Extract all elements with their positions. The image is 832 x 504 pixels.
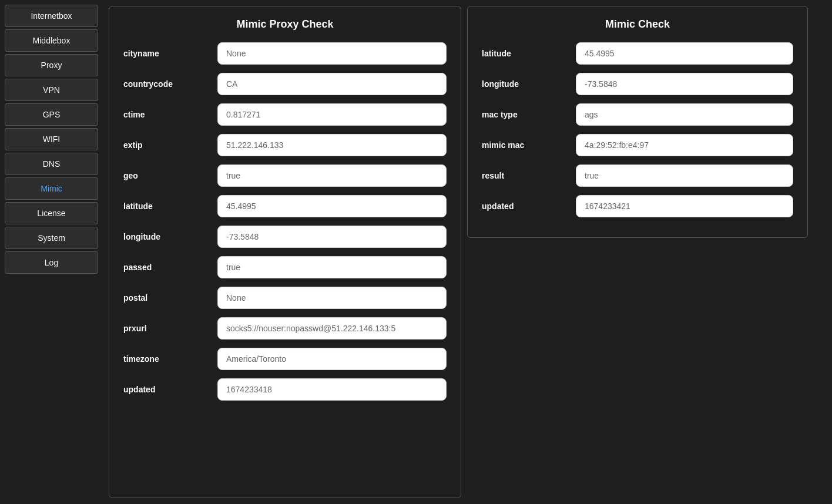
field-row: longitude-73.5848 [123, 226, 447, 248]
field-label: longitude [123, 232, 217, 241]
field-row: timezoneAmerica/Toronto [123, 348, 447, 370]
field-value: true [217, 164, 447, 187]
proxy-fields-container: citynameNonecountrycodeCActime0.817271ex… [123, 42, 447, 401]
field-label: latitude [123, 201, 217, 211]
field-label: extip [123, 140, 217, 150]
field-value: None [217, 287, 447, 309]
field-row: longitude-73.5848 [482, 73, 793, 95]
field-value: America/Toronto [217, 348, 447, 370]
field-label: countrycode [123, 79, 217, 89]
field-value: 1674233418 [217, 378, 447, 401]
field-value: 1674233421 [576, 195, 793, 217]
field-row: updated1674233418 [123, 378, 447, 401]
field-row: geotrue [123, 164, 447, 187]
field-label: prxurl [123, 324, 217, 333]
mimic-check-panel: Mimic Check latitude45.4995longitude-73.… [467, 6, 808, 238]
field-row: mimic mac4a:29:52:fb:e4:97 [482, 134, 793, 156]
field-label: geo [123, 171, 217, 180]
sidebar-item-log[interactable]: Log [5, 251, 98, 274]
field-value: true [576, 164, 793, 187]
field-row: ctime0.817271 [123, 103, 447, 126]
sidebar-item-internetbox[interactable]: Internetbox [5, 5, 98, 27]
field-row: mac typeags [482, 103, 793, 126]
proxy-check-panel: Mimic Proxy Check citynameNonecountrycod… [109, 6, 461, 498]
field-label: longitude [482, 79, 576, 89]
field-row: prxurlsocks5://nouser:nopasswd@51.222.14… [123, 317, 447, 340]
field-value: true [217, 256, 447, 278]
sidebar-item-license[interactable]: License [5, 202, 98, 224]
field-value: 0.817271 [217, 103, 447, 126]
field-value: 45.4995 [217, 195, 447, 217]
field-value: CA [217, 73, 447, 95]
field-label: timezone [123, 354, 217, 364]
field-row: postalNone [123, 287, 447, 309]
sidebar-item-mimic[interactable]: Mimic [5, 177, 98, 200]
field-value: 45.4995 [576, 42, 793, 65]
mimic-fields-container: latitude45.4995longitude-73.5848mac type… [482, 42, 793, 217]
field-value: ags [576, 103, 793, 126]
field-row: extip51.222.146.133 [123, 134, 447, 156]
field-value: None [217, 42, 447, 65]
main-content: Mimic Proxy Check citynameNonecountrycod… [103, 0, 832, 504]
field-label: updated [482, 201, 576, 211]
field-label: passed [123, 263, 217, 272]
sidebar-item-wifi[interactable]: WIFI [5, 128, 98, 150]
field-label: mac type [482, 110, 576, 119]
field-value: 4a:29:52:fb:e4:97 [576, 134, 793, 156]
field-label: mimic mac [482, 140, 576, 150]
field-value: -73.5848 [576, 73, 793, 95]
field-value: -73.5848 [217, 226, 447, 248]
sidebar-item-middlebox[interactable]: Middlebox [5, 29, 98, 52]
sidebar-item-vpn[interactable]: VPN [5, 79, 98, 101]
sidebar-item-gps[interactable]: GPS [5, 103, 98, 126]
field-label: result [482, 171, 576, 180]
field-label: cityname [123, 49, 217, 58]
field-value: socks5://nouser:nopasswd@51.222.146.133:… [217, 317, 447, 340]
mimic-check-title: Mimic Check [482, 18, 793, 31]
field-row: resulttrue [482, 164, 793, 187]
sidebar-item-dns[interactable]: DNS [5, 153, 98, 175]
field-row: citynameNone [123, 42, 447, 65]
sidebar-item-system[interactable]: System [5, 227, 98, 249]
field-row: updated1674233421 [482, 195, 793, 217]
field-row: passedtrue [123, 256, 447, 278]
sidebar-item-proxy[interactable]: Proxy [5, 54, 98, 76]
field-value: 51.222.146.133 [217, 134, 447, 156]
field-row: latitude45.4995 [123, 195, 447, 217]
sidebar: InternetboxMiddleboxProxyVPNGPSWIFIDNSMi… [0, 0, 103, 504]
field-label: ctime [123, 110, 217, 119]
field-label: postal [123, 293, 217, 303]
field-row: countrycodeCA [123, 73, 447, 95]
field-label: updated [123, 385, 217, 394]
proxy-check-title: Mimic Proxy Check [123, 18, 447, 31]
field-row: latitude45.4995 [482, 42, 793, 65]
field-label: latitude [482, 49, 576, 58]
